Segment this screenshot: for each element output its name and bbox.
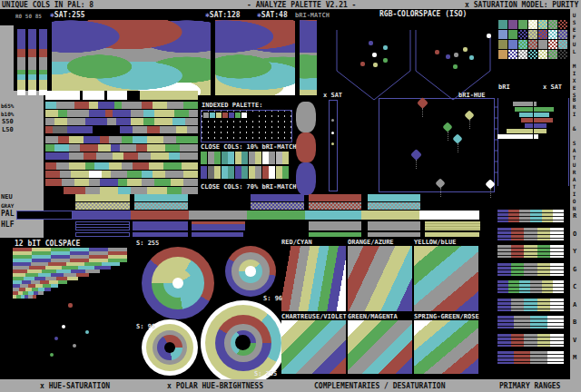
polar-ring: [235, 335, 251, 350]
palette-swatch: [235, 113, 241, 118]
useful-mix-swatch: [518, 50, 527, 59]
row-label-neu[interactable]: NEU: [1, 193, 13, 201]
bar-segment: [154, 179, 171, 186]
row-label-pal[interactable]: PAL: [1, 210, 14, 218]
bar-segment: [122, 136, 133, 143]
bar-segment: [185, 118, 198, 125]
sat-255-toggle[interactable]: ✱SAT:255: [50, 11, 85, 19]
useful-mix-swatch: [518, 20, 527, 29]
row-label-hlf[interactable]: HLF: [1, 220, 14, 229]
bar-segment: [182, 162, 198, 170]
footer-polar-hue-brightness[interactable]: x POLAR HUE-BRIGHTNESS: [167, 382, 263, 390]
useful-mix-swatch: [528, 50, 537, 59]
colspace12-label: 12 bIT COLSPACE: [15, 240, 80, 248]
bar-segment: [45, 102, 56, 109]
bar-row: [45, 110, 198, 117]
useful-mixes-title: USEFUL MIXES: [571, 12, 577, 88]
sat-axis-label[interactable]: x SAT: [323, 92, 342, 100]
brisat-bar-left: [507, 129, 533, 133]
bar-segment: [111, 171, 127, 178]
bar-segment: [45, 110, 58, 117]
close-cols-10-label: CLOSE COLS: 10% bRI-MATCH: [201, 143, 296, 152]
bar-segment: [45, 126, 53, 133]
polar-sat-label: S: 255: [254, 370, 277, 378]
brisat-bar-left: [519, 113, 533, 117]
close-col-swatch: [201, 166, 207, 179]
bar-row: [45, 171, 198, 178]
bar-segment: [69, 144, 80, 152]
saturation-model-toggle[interactable]: x SATURATION MODEL: PURITY: [465, 1, 578, 9]
bar-segment: [187, 126, 198, 133]
useful-mix-swatch: [498, 50, 507, 59]
brisat-bar-left: [521, 118, 533, 122]
row-label-b10[interactable]: b10%: [1, 110, 14, 118]
close-col-swatch: [241, 152, 248, 164]
row-label-b65[interactable]: b65%: [1, 102, 14, 110]
complementary-panel: [414, 320, 478, 374]
bar-segment: [138, 152, 151, 160]
gray-mix-bar: [75, 202, 130, 210]
brisat-bar-left: [497, 134, 533, 139]
hlf-block: [192, 221, 245, 230]
strip-columns-label: R0 50 85: [15, 12, 42, 20]
polar-sat-label: S: 255: [136, 240, 159, 248]
close-col-swatch: [282, 166, 289, 179]
bar-segment: [116, 118, 131, 125]
dot-trail: [490, 189, 491, 198]
close-col-swatch: [214, 166, 221, 179]
row-label-gray[interactable]: GRAY: [1, 201, 14, 210]
bar-segment: [163, 136, 176, 143]
bar-segment: [67, 118, 85, 125]
bar-segment: [107, 91, 127, 100]
bar-segment: [136, 144, 147, 152]
footer-hue-saturation[interactable]: x HUE-SATURATION: [40, 382, 110, 390]
polar-ring: [231, 330, 256, 356]
row-label-l50[interactable]: L50: [2, 126, 14, 134]
useful-mix-swatch: [538, 40, 547, 49]
polar-ring: [172, 278, 184, 289]
colspace-dot: [454, 53, 458, 57]
bar-segment: [169, 152, 180, 160]
pal-segment: [73, 211, 131, 220]
bar-segment: [143, 118, 154, 125]
bar-segment: [133, 126, 147, 133]
colspace-title: RGB-COLORSPACE (ISO): [379, 10, 467, 18]
bar-segment: [102, 171, 111, 178]
sat-label: SAT:255: [54, 11, 85, 19]
bar-segment: [64, 187, 85, 194]
bri-match-label: bRI-MATCH: [295, 12, 330, 20]
useful-mix-swatch: [538, 50, 547, 59]
dot-trail: [422, 108, 423, 117]
bar-segment: [89, 171, 102, 178]
bar-segment: [107, 118, 116, 125]
bar-segment: [94, 162, 109, 170]
bar-segment: [67, 110, 89, 117]
bar-segment: [176, 126, 187, 133]
bar-segment: [85, 118, 107, 125]
colspace-dot: [446, 54, 450, 59]
sat-chart-label[interactable]: x SAT: [543, 83, 562, 92]
close-col-swatch: [222, 152, 228, 164]
useful-mix-swatch: [558, 40, 567, 49]
brisat-bar-right: [534, 102, 537, 106]
hlf-block: [309, 221, 361, 230]
row-label-s50[interactable]: S50: [2, 118, 14, 126]
useful-mix-swatch: [548, 40, 557, 49]
close-col-swatch: [262, 166, 269, 179]
bri-strip-r0: [17, 29, 25, 95]
close-col-swatch: [208, 166, 214, 179]
useful-mix-swatch: [518, 40, 527, 49]
bar-segment: [189, 110, 198, 117]
bar-segment: [165, 171, 183, 178]
polar-ring: [215, 315, 271, 371]
pal-segment: [189, 211, 247, 220]
hlf-block: [368, 221, 420, 230]
bar-segment: [45, 187, 64, 194]
hlf-block: [425, 232, 479, 237]
bar-segment: [120, 144, 136, 152]
hue-letter: M: [573, 354, 576, 362]
sat-128-toggle[interactable]: ✱SAT:128: [205, 11, 241, 19]
sat-48-toggle[interactable]: ✱SAT:48: [257, 11, 288, 19]
bar-segment: [56, 162, 69, 170]
complementary-panel: [348, 320, 412, 374]
